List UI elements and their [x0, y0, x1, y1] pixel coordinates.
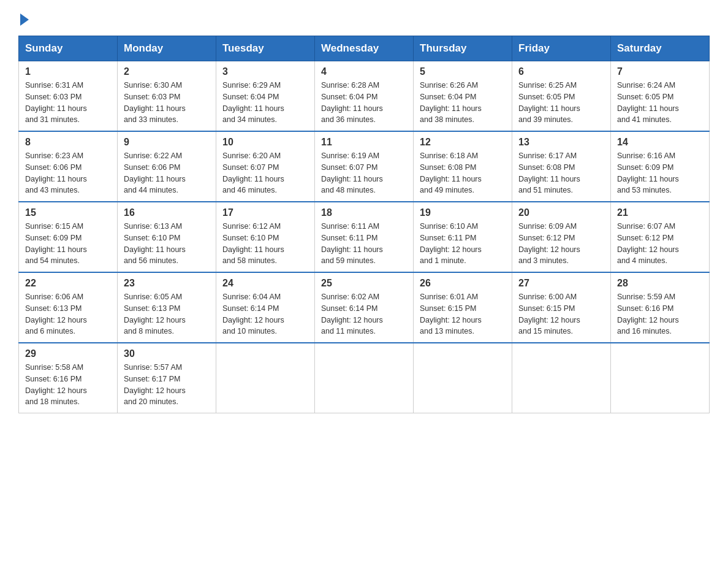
day-number: 29: [25, 348, 111, 359]
day-number: 5: [420, 66, 506, 77]
day-number: 28: [617, 278, 703, 289]
day-info: Sunrise: 6:06 AMSunset: 6:13 PMDaylight:…: [25, 291, 111, 337]
day-info: Sunrise: 6:04 AMSunset: 6:14 PMDaylight:…: [222, 291, 308, 337]
day-number: 9: [124, 137, 210, 148]
day-number: 13: [518, 137, 604, 148]
day-info: Sunrise: 6:16 AMSunset: 6:09 PMDaylight:…: [617, 150, 703, 196]
day-info: Sunrise: 6:17 AMSunset: 6:08 PMDaylight:…: [518, 150, 604, 196]
day-number: 24: [222, 278, 308, 289]
calendar-cell: 26Sunrise: 6:01 AMSunset: 6:15 PMDayligh…: [414, 272, 512, 343]
day-info: Sunrise: 6:00 AMSunset: 6:15 PMDaylight:…: [518, 291, 604, 337]
column-header-saturday: Saturday: [611, 36, 710, 61]
calendar-header-row: SundayMondayTuesdayWednesdayThursdayFrid…: [19, 36, 710, 61]
calendar-cell: 6Sunrise: 6:25 AMSunset: 6:05 PMDaylight…: [512, 61, 611, 132]
day-info: Sunrise: 6:22 AMSunset: 6:06 PMDaylight:…: [124, 150, 210, 196]
calendar-cell: 29Sunrise: 5:58 AMSunset: 6:16 PMDayligh…: [19, 343, 118, 413]
day-info: Sunrise: 6:15 AMSunset: 6:09 PMDaylight:…: [25, 221, 111, 267]
day-info: Sunrise: 6:28 AMSunset: 6:04 PMDaylight:…: [321, 80, 407, 126]
day-info: Sunrise: 6:01 AMSunset: 6:15 PMDaylight:…: [420, 291, 506, 337]
day-number: 19: [420, 207, 506, 218]
day-number: 8: [25, 137, 111, 148]
logo-arrow-icon: [20, 13, 29, 26]
day-info: Sunrise: 6:19 AMSunset: 6:07 PMDaylight:…: [321, 150, 407, 196]
calendar-cell: 30Sunrise: 5:57 AMSunset: 6:17 PMDayligh…: [118, 343, 216, 413]
calendar-cell: 5Sunrise: 6:26 AMSunset: 6:04 PMDaylight…: [414, 61, 512, 132]
day-info: Sunrise: 5:58 AMSunset: 6:16 PMDaylight:…: [25, 362, 111, 408]
day-number: 12: [420, 137, 506, 148]
column-header-wednesday: Wednesday: [315, 36, 414, 61]
calendar-week-row: 29Sunrise: 5:58 AMSunset: 6:16 PMDayligh…: [19, 343, 710, 413]
day-number: 17: [222, 207, 308, 218]
column-header-sunday: Sunday: [19, 36, 118, 61]
calendar-cell: [216, 343, 315, 413]
header: [18, 12, 710, 23]
day-number: 18: [321, 207, 407, 218]
calendar-cell: 13Sunrise: 6:17 AMSunset: 6:08 PMDayligh…: [512, 131, 611, 202]
calendar-cell: 3Sunrise: 6:29 AMSunset: 6:04 PMDaylight…: [216, 61, 315, 132]
calendar-cell: 14Sunrise: 6:16 AMSunset: 6:09 PMDayligh…: [611, 131, 710, 202]
day-info: Sunrise: 6:25 AMSunset: 6:05 PMDaylight:…: [518, 80, 604, 126]
day-number: 14: [617, 137, 703, 148]
day-number: 20: [518, 207, 604, 218]
day-info: Sunrise: 6:13 AMSunset: 6:10 PMDaylight:…: [124, 221, 210, 267]
day-info: Sunrise: 6:24 AMSunset: 6:05 PMDaylight:…: [617, 80, 703, 126]
column-header-monday: Monday: [118, 36, 216, 61]
calendar-cell: 27Sunrise: 6:00 AMSunset: 6:15 PMDayligh…: [512, 272, 611, 343]
calendar-cell: 20Sunrise: 6:09 AMSunset: 6:12 PMDayligh…: [512, 202, 611, 272]
calendar-cell: 25Sunrise: 6:02 AMSunset: 6:14 PMDayligh…: [315, 272, 414, 343]
day-info: Sunrise: 6:23 AMSunset: 6:06 PMDaylight:…: [25, 150, 111, 196]
column-header-tuesday: Tuesday: [216, 36, 315, 61]
day-number: 25: [321, 278, 407, 289]
day-info: Sunrise: 6:10 AMSunset: 6:11 PMDaylight:…: [420, 221, 506, 267]
calendar-cell: 11Sunrise: 6:19 AMSunset: 6:07 PMDayligh…: [315, 131, 414, 202]
day-number: 27: [518, 278, 604, 289]
day-number: 23: [124, 278, 210, 289]
day-number: 21: [617, 207, 703, 218]
day-number: 4: [321, 66, 407, 77]
calendar-cell: [414, 343, 512, 413]
day-info: Sunrise: 6:02 AMSunset: 6:14 PMDaylight:…: [321, 291, 407, 337]
day-info: Sunrise: 6:18 AMSunset: 6:08 PMDaylight:…: [420, 150, 506, 196]
day-info: Sunrise: 6:30 AMSunset: 6:03 PMDaylight:…: [124, 80, 210, 126]
day-number: 1: [25, 66, 111, 77]
calendar-cell: 23Sunrise: 6:05 AMSunset: 6:13 PMDayligh…: [118, 272, 216, 343]
calendar-cell: 21Sunrise: 6:07 AMSunset: 6:12 PMDayligh…: [611, 202, 710, 272]
calendar-cell: 15Sunrise: 6:15 AMSunset: 6:09 PMDayligh…: [19, 202, 118, 272]
calendar-cell: 1Sunrise: 6:31 AMSunset: 6:03 PMDaylight…: [19, 61, 118, 132]
day-info: Sunrise: 5:59 AMSunset: 6:16 PMDaylight:…: [617, 291, 703, 337]
day-number: 15: [25, 207, 111, 218]
day-info: Sunrise: 6:26 AMSunset: 6:04 PMDaylight:…: [420, 80, 506, 126]
calendar-cell: [512, 343, 611, 413]
calendar-cell: [315, 343, 414, 413]
day-number: 16: [124, 207, 210, 218]
day-number: 30: [124, 348, 210, 359]
day-number: 26: [420, 278, 506, 289]
calendar-cell: 18Sunrise: 6:11 AMSunset: 6:11 PMDayligh…: [315, 202, 414, 272]
calendar-cell: 28Sunrise: 5:59 AMSunset: 6:16 PMDayligh…: [611, 272, 710, 343]
calendar-week-row: 22Sunrise: 6:06 AMSunset: 6:13 PMDayligh…: [19, 272, 710, 343]
calendar-week-row: 1Sunrise: 6:31 AMSunset: 6:03 PMDaylight…: [19, 61, 710, 132]
calendar-cell: 10Sunrise: 6:20 AMSunset: 6:07 PMDayligh…: [216, 131, 315, 202]
calendar-week-row: 8Sunrise: 6:23 AMSunset: 6:06 PMDaylight…: [19, 131, 710, 202]
day-info: Sunrise: 6:07 AMSunset: 6:12 PMDaylight:…: [617, 221, 703, 267]
day-number: 6: [518, 66, 604, 77]
calendar-cell: 9Sunrise: 6:22 AMSunset: 6:06 PMDaylight…: [118, 131, 216, 202]
day-number: 2: [124, 66, 210, 77]
calendar-cell: [611, 343, 710, 413]
day-number: 7: [617, 66, 703, 77]
calendar-cell: 8Sunrise: 6:23 AMSunset: 6:06 PMDaylight…: [19, 131, 118, 202]
calendar-cell: 4Sunrise: 6:28 AMSunset: 6:04 PMDaylight…: [315, 61, 414, 132]
calendar-cell: 22Sunrise: 6:06 AMSunset: 6:13 PMDayligh…: [19, 272, 118, 343]
calendar-cell: 19Sunrise: 6:10 AMSunset: 6:11 PMDayligh…: [414, 202, 512, 272]
calendar-cell: 24Sunrise: 6:04 AMSunset: 6:14 PMDayligh…: [216, 272, 315, 343]
day-info: Sunrise: 6:12 AMSunset: 6:10 PMDaylight:…: [222, 221, 308, 267]
calendar-week-row: 15Sunrise: 6:15 AMSunset: 6:09 PMDayligh…: [19, 202, 710, 272]
calendar-cell: 7Sunrise: 6:24 AMSunset: 6:05 PMDaylight…: [611, 61, 710, 132]
day-number: 10: [222, 137, 308, 148]
day-info: Sunrise: 6:05 AMSunset: 6:13 PMDaylight:…: [124, 291, 210, 337]
column-header-friday: Friday: [512, 36, 611, 61]
day-info: Sunrise: 6:31 AMSunset: 6:03 PMDaylight:…: [25, 80, 111, 126]
day-number: 3: [222, 66, 308, 77]
day-info: Sunrise: 6:29 AMSunset: 6:04 PMDaylight:…: [222, 80, 308, 126]
day-info: Sunrise: 6:09 AMSunset: 6:12 PMDaylight:…: [518, 221, 604, 267]
